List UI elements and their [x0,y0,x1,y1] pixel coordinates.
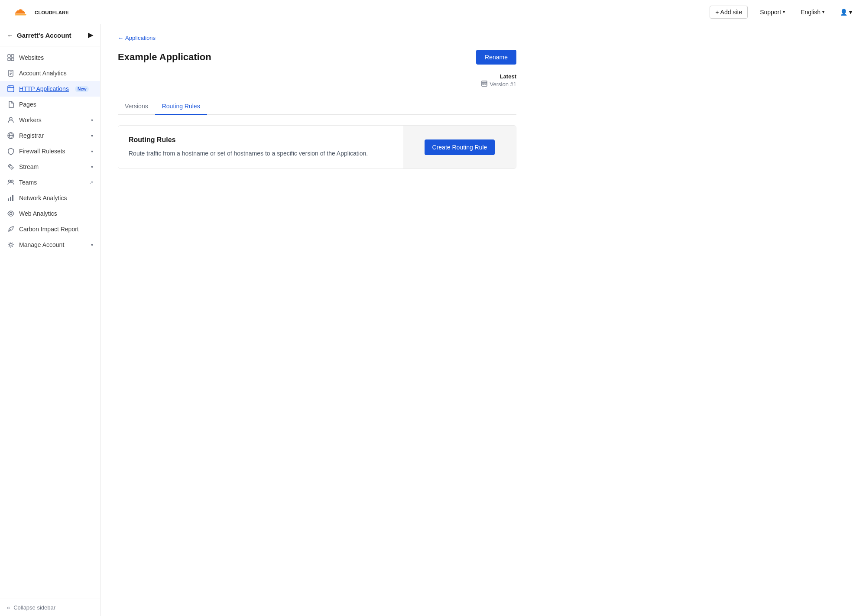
sidebar-item-stream[interactable]: Stream ▾ [0,159,100,175]
svg-rect-27 [483,83,484,84]
page-icon [7,101,15,108]
external-link-icon: ↗ [89,180,93,185]
rename-button[interactable]: Rename [476,50,516,65]
manage-account-chevron-icon: ▾ [91,243,93,247]
sidebar: ← Garrett's Account ▶ Websites Account A… [0,24,101,616]
breadcrumb[interactable]: ← Applications [118,35,516,41]
svg-point-11 [9,86,10,87]
layout: ← Garrett's Account ▶ Websites Account A… [0,24,866,616]
svg-rect-22 [12,195,13,201]
leaf-icon [7,225,15,233]
sidebar-item-websites[interactable]: Websites [0,50,100,65]
account-analytics-label: Account Analytics [19,70,67,77]
workers-label: Workers [19,117,42,123]
teams-label: Teams [19,179,37,186]
page-header: Example Application Rename [118,50,516,65]
pages-label: Pages [19,101,36,108]
svg-point-18 [9,180,11,182]
sidebar-item-carbon-impact[interactable]: Carbon Impact Report [0,221,100,237]
main-content: ← Applications Example Application Renam… [101,24,866,616]
version-number: Version #1 [490,81,516,88]
tab-routing-rules[interactable]: Routing Rules [155,98,207,115]
svg-point-12 [10,86,10,87]
version-sub-info: Version #1 [118,81,516,88]
version-latest-label: Latest [118,73,516,80]
svg-rect-3 [8,58,10,61]
sidebar-account[interactable]: ← Garrett's Account ▶ [0,24,100,46]
account-chevron-icon: ▶ [88,31,93,39]
stream-icon [7,163,15,171]
worker-icon [7,116,15,124]
teams-icon [7,178,15,186]
stream-label: Stream [19,163,39,170]
manage-account-label: Manage Account [19,241,64,248]
breadcrumb-arrow-icon: ← [118,35,123,41]
account-name: Garrett's Account [17,32,71,39]
page-title: Example Application [118,52,211,63]
tab-versions[interactable]: Versions [118,98,155,115]
language-button[interactable]: English ▾ [797,7,828,17]
new-badge: New [75,86,89,92]
svg-point-24 [10,243,12,246]
svg-point-19 [11,180,13,182]
sidebar-item-http-applications[interactable]: HTTP Applications New [0,81,100,97]
svg-rect-4 [11,58,14,61]
websites-label: Websites [19,54,44,61]
sidebar-item-account-analytics[interactable]: Account Analytics [0,65,100,81]
user-menu-button[interactable]: 👤 ▾ [837,7,856,17]
carbon-impact-label: Carbon Impact Report [19,226,79,233]
sidebar-item-teams[interactable]: Teams ↗ [0,175,100,190]
gear-icon [7,241,15,249]
svg-rect-28 [485,83,486,84]
version-icon [481,81,487,88]
svg-point-17 [10,165,12,168]
registrar-label: Registrar [19,132,44,139]
collapse-sidebar[interactable]: « Collapse sidebar [0,599,100,616]
user-icon: 👤 ▾ [840,9,852,16]
sidebar-item-network-analytics[interactable]: Network Analytics [0,190,100,206]
workers-chevron-icon: ▾ [91,118,93,123]
tabs: Versions Routing Rules [118,98,516,115]
sidebar-item-registrar[interactable]: Registrar ▾ [0,128,100,143]
chart-icon [7,194,15,202]
routing-card-content: Routing Rules Route traffic from a hostn… [118,126,403,169]
eye-icon [7,210,15,217]
topnav-right: + Add site Support ▾ English ▾ 👤 ▾ [710,6,856,19]
logo[interactable]: CLOUDFLARE [10,5,74,19]
file-icon [7,69,15,77]
topnav: CLOUDFLARE + Add site Support ▾ English … [0,0,866,24]
sidebar-item-pages[interactable]: Pages [0,97,100,112]
create-routing-rule-button[interactable]: Create Routing Rule [425,139,495,155]
support-button[interactable]: Support ▾ [756,7,788,17]
web-analytics-label: Web Analytics [19,210,57,217]
app-icon [7,85,15,93]
svg-point-23 [10,213,12,215]
routing-rules-card: Routing Rules Route traffic from a hostn… [118,125,516,169]
sidebar-item-web-analytics[interactable]: Web Analytics [0,206,100,221]
routing-rules-title: Routing Rules [129,136,393,144]
network-analytics-label: Network Analytics [19,195,67,201]
stream-chevron-icon: ▾ [91,165,93,169]
svg-rect-20 [8,198,9,201]
language-chevron-icon: ▾ [822,10,824,14]
breadcrumb-label: Applications [125,35,156,41]
add-site-button[interactable]: + Add site [710,6,748,19]
svg-rect-2 [11,55,14,57]
routing-card-action: Create Routing Rule [403,126,516,169]
support-chevron-icon: ▾ [783,10,785,14]
version-info: Latest Version #1 [118,73,516,88]
svg-rect-21 [10,197,11,201]
shield-icon [7,147,15,155]
collapse-icon: « [7,604,10,611]
sidebar-item-manage-account[interactable]: Manage Account ▾ [0,237,100,253]
registrar-chevron-icon: ▾ [91,133,93,138]
sidebar-item-workers[interactable]: Workers ▾ [0,112,100,128]
routing-rules-description: Route traffic from a hostname or set of … [129,149,393,158]
svg-text:CLOUDFLARE: CLOUDFLARE [35,10,69,15]
svg-point-13 [10,117,12,120]
svg-rect-1 [8,55,10,57]
sidebar-item-firewall-rulesets[interactable]: Firewall Rulesets ▾ [0,143,100,159]
grid-icon [7,54,15,62]
back-arrow-icon: ← [7,32,13,39]
firewall-chevron-icon: ▾ [91,149,93,154]
